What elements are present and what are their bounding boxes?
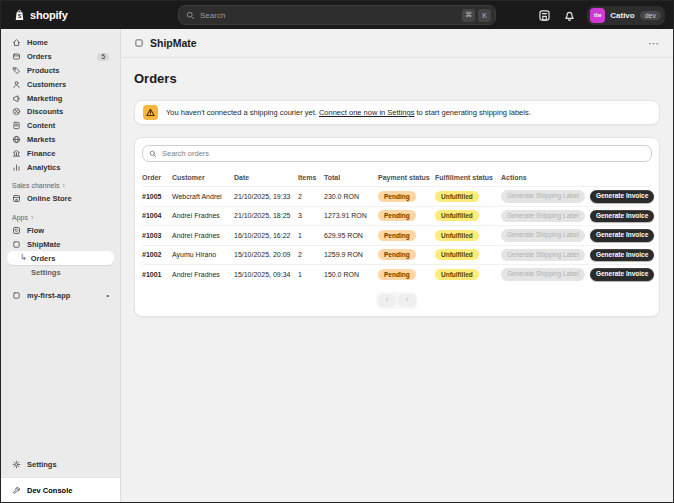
env-badge: dev bbox=[640, 11, 661, 20]
column-header-customer: Customer bbox=[172, 174, 234, 181]
customer-cell: Andrei Fradnes bbox=[172, 232, 234, 239]
user-menu[interactable]: the Cativo dev bbox=[587, 6, 665, 25]
apps-header[interactable]: Apps › bbox=[7, 214, 114, 221]
generate-shipping-label-button[interactable]: Generate Shipping Label bbox=[501, 190, 585, 203]
orders-table-header: Order Customer Date Items Total Payment … bbox=[142, 169, 652, 186]
fulfillment-status-badge: Unfulfilled bbox=[435, 230, 479, 241]
svg-text:S: S bbox=[18, 12, 22, 18]
column-header-total: Total bbox=[324, 174, 378, 181]
sidebar-item-home[interactable]: Home bbox=[7, 36, 114, 50]
table-row: #1003 Andrei Fradnes 16/10/2025, 16:22 1… bbox=[142, 225, 652, 245]
generate-invoice-button[interactable]: Generate Invoice bbox=[590, 229, 654, 242]
customer-cell: Ayumu Hirano bbox=[172, 251, 234, 258]
total-cell: 230.0 RON bbox=[324, 193, 378, 200]
orders-table-body: #1005 Webcraft Andrei 21/10/2025, 19:33 … bbox=[142, 186, 652, 284]
storefront-icon[interactable] bbox=[537, 8, 551, 22]
courier-warning-banner: You haven't connected a shipping courier… bbox=[134, 100, 660, 125]
sidebar-item-markets[interactable]: Markets bbox=[7, 133, 114, 147]
user-name: Cativo bbox=[610, 11, 634, 20]
more-options-icon[interactable]: ⋯ bbox=[648, 38, 660, 49]
sidebar-item-finance[interactable]: Finance bbox=[7, 146, 114, 160]
connect-settings-link[interactable]: Connect one now in Settings bbox=[319, 108, 414, 117]
total-cell: 1259.9 RON bbox=[324, 251, 378, 258]
generate-shipping-label-button[interactable]: Generate Shipping Label bbox=[501, 268, 585, 281]
generate-invoice-button[interactable]: Generate Invoice bbox=[590, 210, 654, 223]
generate-invoice-button[interactable]: Generate Invoice bbox=[590, 190, 654, 203]
order-id-cell: #1004 bbox=[142, 212, 172, 219]
pagination-prev-button[interactable]: ‹ bbox=[378, 294, 396, 307]
sidebar-item-online-store[interactable]: Online Store bbox=[7, 192, 114, 206]
global-search-bar[interactable]: ⌘ K bbox=[178, 5, 496, 25]
table-row: #1005 Webcraft Andrei 21/10/2025, 19:33 … bbox=[142, 186, 652, 206]
sidebar-item-flow[interactable]: Flow bbox=[7, 224, 114, 238]
items-cell: 1 bbox=[298, 271, 324, 278]
order-id-cell: #1003 bbox=[142, 232, 172, 239]
generate-invoice-button[interactable]: Generate Invoice bbox=[590, 249, 654, 262]
search-input[interactable] bbox=[200, 11, 459, 20]
sidebar-footer: Settings bbox=[1, 457, 120, 477]
page-content: Orders You haven't connected a shipping … bbox=[121, 58, 673, 327]
sidebar-item-settings[interactable]: Settings bbox=[7, 457, 114, 471]
dev-console-bar[interactable]: Dev Console bbox=[1, 477, 120, 502]
sidebar-item-orders[interactable]: Orders 5 bbox=[7, 50, 114, 64]
generate-shipping-label-button[interactable]: Generate Shipping Label bbox=[501, 210, 585, 223]
sidebar-item-analytics[interactable]: Analytics bbox=[7, 160, 114, 174]
analytics-bars-icon bbox=[12, 163, 21, 172]
nested-arrow-icon: ↳ bbox=[20, 254, 27, 262]
fulfillment-status-badge: Unfulfilled bbox=[435, 249, 479, 260]
sidebar-item-discounts[interactable]: Discounts bbox=[7, 105, 114, 119]
sidebar-item-my-first-app[interactable]: my-first-app • bbox=[7, 289, 114, 303]
customer-cell: Andrei Fradnes bbox=[172, 271, 234, 278]
fulfillment-status-badge: Unfulfilled bbox=[435, 269, 479, 280]
sidebar-item-shipmate-settings[interactable]: Settings bbox=[7, 265, 114, 279]
orders-search-box[interactable] bbox=[142, 145, 652, 162]
sidebar-item-content[interactable]: Content bbox=[7, 119, 114, 133]
total-cell: 150.0 RON bbox=[324, 271, 378, 278]
orders-card: Order Customer Date Items Total Payment … bbox=[134, 137, 660, 317]
pagination-next-button[interactable]: › bbox=[398, 294, 416, 307]
table-row: #1004 Andrei Fradnes 21/10/2025, 18:25 3… bbox=[142, 206, 652, 226]
pagination: ‹ › bbox=[142, 292, 652, 309]
app-notification-dot: • bbox=[106, 291, 109, 300]
sidebar-item-marketing[interactable]: Marketing bbox=[7, 91, 114, 105]
main-area: ShipMate ⋯ Orders You haven't connected … bbox=[121, 29, 673, 502]
finance-bank-icon bbox=[12, 149, 21, 158]
avatar: the bbox=[590, 8, 605, 23]
generate-shipping-label-button[interactable]: Generate Shipping Label bbox=[501, 229, 585, 242]
payment-status-badge: Pending bbox=[378, 210, 416, 221]
home-icon bbox=[12, 38, 21, 47]
date-cell: 15/10/2025, 20:09 bbox=[234, 251, 298, 258]
generate-invoice-button[interactable]: Generate Invoice bbox=[590, 268, 654, 281]
column-header-items: Items bbox=[298, 174, 324, 181]
table-row: #1001 Andrei Fradnes 15/10/2025, 09:34 1… bbox=[142, 264, 652, 284]
app-header: ShipMate ⋯ bbox=[121, 29, 673, 58]
date-cell: 15/10/2025, 09:34 bbox=[234, 271, 298, 278]
column-header-date: Date bbox=[234, 174, 298, 181]
customer-cell: Andrei Fradnes bbox=[172, 212, 234, 219]
column-header-actions: Actions bbox=[501, 174, 652, 181]
warning-icon bbox=[143, 105, 158, 120]
kbd-cmd: ⌘ bbox=[462, 9, 475, 22]
sidebar-item-products[interactable]: Products bbox=[7, 64, 114, 78]
sidebar-item-shipmate-orders[interactable]: ↳ Orders bbox=[7, 251, 114, 265]
sidebar-item-customers[interactable]: Customers bbox=[7, 77, 114, 91]
column-header-order: Order bbox=[142, 174, 172, 181]
sales-channels-header[interactable]: Sales channels › bbox=[7, 182, 114, 189]
shopify-logo[interactable]: S shopify bbox=[13, 9, 68, 22]
date-cell: 21/10/2025, 19:33 bbox=[234, 193, 298, 200]
my-first-app-icon bbox=[12, 291, 21, 300]
search-icon bbox=[186, 11, 195, 20]
kbd-k: K bbox=[478, 9, 491, 22]
payment-status-badge: Pending bbox=[378, 230, 416, 241]
order-id-cell: #1001 bbox=[142, 271, 172, 278]
sidebar-item-shipmate[interactable]: ShipMate bbox=[7, 238, 114, 252]
payment-status-badge: Pending bbox=[378, 269, 416, 280]
topbar-right: the Cativo dev bbox=[537, 6, 665, 25]
generate-shipping-label-button[interactable]: Generate Shipping Label bbox=[501, 249, 585, 262]
flow-app-icon bbox=[12, 226, 21, 235]
items-cell: 2 bbox=[298, 193, 324, 200]
notification-bell-icon[interactable] bbox=[562, 8, 576, 22]
orders-search-input[interactable] bbox=[162, 149, 645, 158]
orders-count-badge: 5 bbox=[97, 53, 109, 61]
app-title: ShipMate bbox=[150, 37, 197, 49]
